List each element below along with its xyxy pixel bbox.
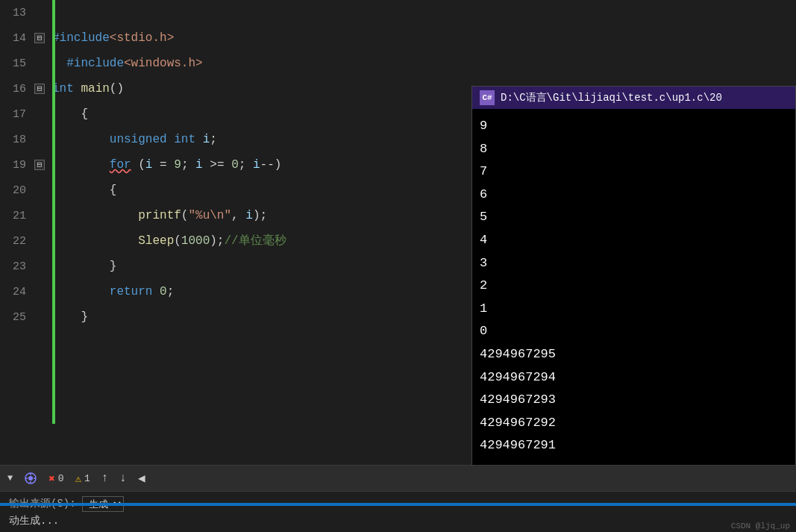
- editor-area: 13 14 ⊟ #include<stdio.h> 15 #includ: [0, 0, 796, 465]
- code-line-18: 18 unsigned int i;: [0, 127, 474, 152]
- output-generating-text: 动生成...: [9, 514, 59, 528]
- warning-group[interactable]: ⚠ 1: [75, 472, 90, 485]
- output-panel: 输出来源(S): 生成 动生成...: [0, 491, 796, 532]
- warning-count: 1: [84, 473, 90, 484]
- code-line-14: 14 ⊟ #include<stdio.h>: [0, 25, 474, 51]
- status-bar: ▼ ✖ 0 ⚠ 1 ↑ ↓ ◀: [0, 465, 796, 491]
- error-count: 0: [58, 473, 64, 484]
- code-line-25: 25 }: [0, 304, 474, 330]
- collapse-19[interactable]: ⊟: [34, 160, 45, 170]
- terminal-title: D:\C语言\Git\lijiaqi\test.c\up1.c\20: [501, 91, 722, 104]
- code-line-21: 21 printf("%u\n", i);: [0, 203, 474, 228]
- status-icon-group: [24, 472, 37, 485]
- code-line-13: 13: [0, 0, 474, 25]
- error-icon: ✖: [48, 472, 54, 485]
- terminal-line-4294967293: 4294967293: [480, 389, 788, 412]
- terminal-line-7: 7: [480, 160, 788, 184]
- code-panel[interactable]: 13 14 ⊟ #include<stdio.h> 15 #includ: [0, 0, 474, 424]
- progress-bar: [0, 503, 796, 506]
- terminal-icon: C#: [480, 90, 495, 105]
- terminal-line-4294967291: 4294967291: [480, 434, 788, 457]
- terminal-line-9: 9: [480, 115, 788, 138]
- warning-icon: ⚠: [75, 472, 81, 485]
- terminal-line-6: 6: [480, 184, 788, 207]
- terminal-line-4294967295: 4294967295: [480, 343, 788, 366]
- code-line-19: 19 ⊟ for (i = 9; i >= 0; i--): [0, 152, 474, 178]
- dropdown-arrow[interactable]: ▼: [7, 473, 13, 484]
- code-line-17: 17 {: [0, 101, 474, 127]
- left-arrow-btn[interactable]: ◀: [138, 471, 145, 486]
- code-line-16: 16 ⊟ int main(): [0, 76, 474, 101]
- svg-point-1: [28, 476, 33, 481]
- terminal-window: C# D:\C语言\Git\lijiaqi\test.c\up1.c\20 9 …: [471, 86, 796, 465]
- code-line-23: 23 }: [0, 254, 474, 279]
- terminal-line-5: 5: [480, 206, 788, 229]
- code-line-20: 20 {: [0, 178, 474, 203]
- terminal-line-4: 4: [480, 229, 788, 252]
- up-arrow-btn[interactable]: ↑: [101, 472, 109, 485]
- csdn-watermark: CSDN @ljq_up: [731, 522, 790, 531]
- main-container: 13 14 ⊟ #include<stdio.h> 15 #includ: [0, 0, 796, 532]
- terminal-body[interactable]: 9 8 7 6 5 4 3 2 1 0 4294967295 429496729…: [472, 109, 795, 465]
- code-line-24: 24 return 0;: [0, 279, 474, 304]
- terminal-line-0: 0: [480, 320, 788, 343]
- terminal-titlebar: C# D:\C语言\Git\lijiaqi\test.c\up1.c\20: [472, 87, 795, 109]
- code-line-15: 15 #include<windows.h>: [0, 51, 474, 76]
- terminal-line-4294967292: 4294967292: [480, 412, 788, 435]
- down-arrow-btn[interactable]: ↓: [119, 472, 127, 485]
- collapse-14[interactable]: ⊟: [34, 33, 45, 43]
- output-generating-row: 动生成...: [9, 514, 787, 528]
- green-bar: [52, 0, 55, 424]
- terminal-line-2: 2: [480, 275, 788, 298]
- terminal-line-4294967294: 4294967294: [480, 366, 788, 389]
- terminal-line-1: 1: [480, 298, 788, 321]
- terminal-line-3: 3: [480, 252, 788, 275]
- error-group[interactable]: ✖ 0: [48, 472, 63, 485]
- code-line-22: 22 Sleep(1000);//单位毫秒: [0, 228, 474, 254]
- collapse-16[interactable]: ⊟: [34, 84, 45, 94]
- terminal-line-8: 8: [480, 138, 788, 161]
- tools-icon: [24, 472, 37, 485]
